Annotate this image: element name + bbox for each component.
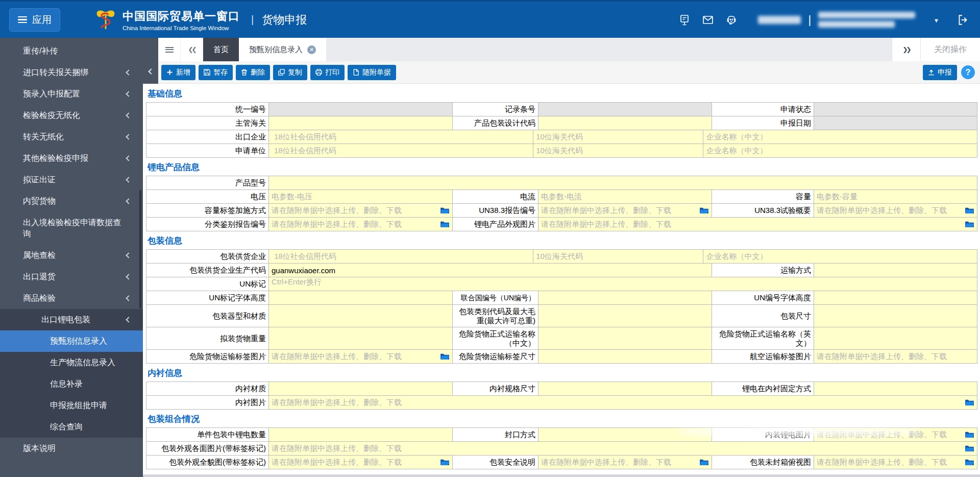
close-operations-button[interactable]: 关闭操作 <box>920 38 980 61</box>
pkg-class-code-field[interactable] <box>538 305 712 327</box>
sidebar-item-domestic-goods[interactable]: 内贸货物 <box>0 190 143 212</box>
un-no-font-height-field[interactable] <box>814 291 977 305</box>
assistant-robot-icon[interactable] <box>725 14 738 26</box>
pkg-design-code-field[interactable] <box>538 116 712 130</box>
export-company-credit-field[interactable]: 18位社会信用代码 <box>272 130 533 144</box>
attachment-folder-icon[interactable] <box>965 431 974 438</box>
sidebar-item-ciq-paperless[interactable]: 检验检疫无纸化 <box>0 105 143 126</box>
battery-qty-field[interactable] <box>269 428 453 442</box>
un-mark-textarea[interactable]: Ctrl+Enter换行 <box>269 277 977 291</box>
attachment-folder-icon[interactable] <box>440 353 450 360</box>
sidebar-item-import-transit-bind[interactable]: 进口转关报关捆绑 <box>0 62 143 83</box>
applicant-credit-field[interactable]: 18位社会信用代码 <box>272 144 533 157</box>
tab-home[interactable]: 首页 <box>203 38 239 61</box>
attachment-folder-icon[interactable] <box>965 445 974 452</box>
copy-button[interactable]: 复制 <box>273 65 307 80</box>
export-company-customs-code-field[interactable]: 10位海关代码 <box>533 130 703 144</box>
app-status-field[interactable] <box>814 103 977 116</box>
attachment-folder-icon[interactable] <box>699 459 709 466</box>
class-report-no-field[interactable]: 请在随附单据中选择上传、删除、下载 <box>269 218 453 231</box>
liner-size-field[interactable] <box>538 382 712 396</box>
un383-report-no-field[interactable]: 请在随附单据中选择上传、删除、下载 <box>538 204 712 218</box>
monitor-icon[interactable] <box>678 14 691 26</box>
attachment-folder-icon[interactable] <box>965 221 974 228</box>
record-no-field[interactable] <box>538 103 712 116</box>
sidebar-item-retransmit[interactable]: 重传/补传 <box>0 40 143 62</box>
scroll-tabs-right-button[interactable] <box>892 38 920 61</box>
sidebar-item-export-return[interactable]: 出口退货 <box>0 266 143 288</box>
attachment-folder-icon[interactable] <box>440 221 450 228</box>
add-button[interactable]: 新增 <box>161 65 195 80</box>
inner-battery-img-field[interactable]: 请在随附单据中选择上传、删除、下载 <box>814 428 977 442</box>
sidebar-item-comprehensive-query[interactable]: 综合查询 <box>0 416 143 438</box>
applicant-name-field[interactable]: 企业名称（中文） <box>703 144 974 157</box>
pkg-full-img-field[interactable]: 请在随附单据中选择上传、删除、下载 <box>269 456 453 469</box>
current-field[interactable]: 电参数-电流 <box>538 190 712 204</box>
pkg-faces-img-field[interactable]: 请在随附单据中选择上传、删除、下载 <box>269 442 977 456</box>
attachment-folder-icon[interactable] <box>440 459 450 466</box>
sidebar-item-ciq-data-query[interactable]: 出入境检验检疫申请数据查询 <box>0 212 143 245</box>
sidebar-item-local-inspection[interactable]: 属地查检 <box>0 245 143 266</box>
applicant-customs-code-field[interactable]: 10位海关代码 <box>533 144 703 157</box>
pkg-safety-desc-field[interactable]: 请在随附单据中选择上传、删除、下载 <box>538 456 712 469</box>
logout-icon[interactable] <box>957 13 970 27</box>
declare-date-field[interactable] <box>814 116 977 130</box>
cargo-weight-field[interactable] <box>269 327 453 350</box>
pkg-model-material-field[interactable] <box>269 305 453 327</box>
sidebar-item-info-supplement[interactable]: 信息补录 <box>0 373 143 395</box>
attachment-folder-icon[interactable] <box>965 459 974 466</box>
sidebar-item-other-ciq-declare[interactable]: 其他检验检疫申报 <box>0 148 143 169</box>
sidebar-item-version-notes[interactable]: 版本说明 <box>0 438 143 459</box>
pkg-supplier-code-field[interactable]: guanwuxiaoer.com <box>269 264 712 277</box>
pkg-size-field[interactable] <box>814 305 977 327</box>
liner-img-field[interactable]: 请在随附单据中选择上传、删除、下载 <box>269 396 977 410</box>
sidebar-item-commodity-inspection[interactable]: 商品检验 <box>0 288 143 309</box>
capacity-field[interactable]: 电参数-容量 <box>814 190 977 204</box>
attachment-folder-icon[interactable] <box>440 207 450 214</box>
customs-field[interactable] <box>269 116 453 130</box>
tab-menu-button[interactable] <box>158 38 181 61</box>
sidebar-collapse-handle[interactable] <box>143 38 158 84</box>
apps-button[interactable]: 应用 <box>9 8 60 32</box>
psn-cn-field[interactable] <box>538 327 712 350</box>
sidebar-scrollbar[interactable] <box>139 190 141 308</box>
battery-appearance-img-field[interactable]: 请在随附单据中选择上传、删除、下载 <box>538 218 977 231</box>
attachment-folder-icon[interactable] <box>699 207 709 214</box>
sidebar-item-batch-apply[interactable]: 申报批组批申请 <box>0 395 143 416</box>
dg-label-size-field[interactable] <box>538 350 712 364</box>
mail-icon[interactable] <box>702 14 714 26</box>
scroll-tabs-left-button[interactable] <box>181 38 203 61</box>
help-button[interactable]: ? <box>961 65 975 79</box>
tab-prescreen-entry[interactable]: 预甄别信息录入 <box>239 38 326 61</box>
dropdown-caret-icon[interactable] <box>934 15 939 25</box>
save-draft-button[interactable]: 暂存 <box>199 65 233 80</box>
sidebar-item-preentry-config[interactable]: 预录入申报配置 <box>0 83 143 105</box>
print-button[interactable]: 打印 <box>310 65 345 80</box>
un-no-field[interactable] <box>538 291 712 305</box>
pkg-supplier-name-field[interactable]: 企业名称（中文） <box>703 250 974 263</box>
sidebar-item-prescreen-entry[interactable]: 预甄别信息录入 <box>0 330 143 352</box>
transport-mode-field[interactable] <box>814 264 977 277</box>
liner-material-field[interactable] <box>269 382 453 396</box>
seal-method-field[interactable] <box>538 428 712 442</box>
air-label-img-field[interactable]: 请在随附单据中选择上传、删除、下载 <box>814 350 977 364</box>
dg-label-img-field[interactable]: 请在随附单据中选择上传、删除、下载 <box>269 350 453 364</box>
sidebar-item-transit-paperless[interactable]: 转关无纸化 <box>0 126 143 148</box>
unified-no-field[interactable] <box>269 103 453 116</box>
liner-fix-field[interactable] <box>814 382 977 396</box>
attached-documents-button[interactable]: 随附单据 <box>348 65 396 80</box>
delete-button[interactable]: 删除 <box>236 65 270 80</box>
declare-button[interactable]: 申报 <box>923 65 957 80</box>
pkg-open-top-img-field[interactable]: 请在随附单据中选择上传、删除、下载 <box>814 456 977 469</box>
sidebar-item-export-libattery-packing[interactable]: 出口锂电包装 <box>0 309 143 330</box>
product-model-field[interactable] <box>269 176 977 190</box>
un-mark-font-height-field[interactable] <box>269 291 453 305</box>
psn-en-field[interactable] <box>814 327 977 350</box>
attachment-folder-icon[interactable] <box>965 207 974 214</box>
close-tab-icon[interactable] <box>307 45 316 54</box>
sidebar-item-cert-issue[interactable]: 拟证出证 <box>0 169 143 190</box>
voltage-field[interactable]: 电参数-电压 <box>269 190 453 204</box>
export-company-name-field[interactable]: 企业名称（中文） <box>703 130 974 144</box>
sidebar-item-production-logistics-entry[interactable]: 生产物流信息录入 <box>0 352 143 373</box>
pkg-supplier-credit-field[interactable]: 18位社会信用代码 <box>272 250 533 263</box>
